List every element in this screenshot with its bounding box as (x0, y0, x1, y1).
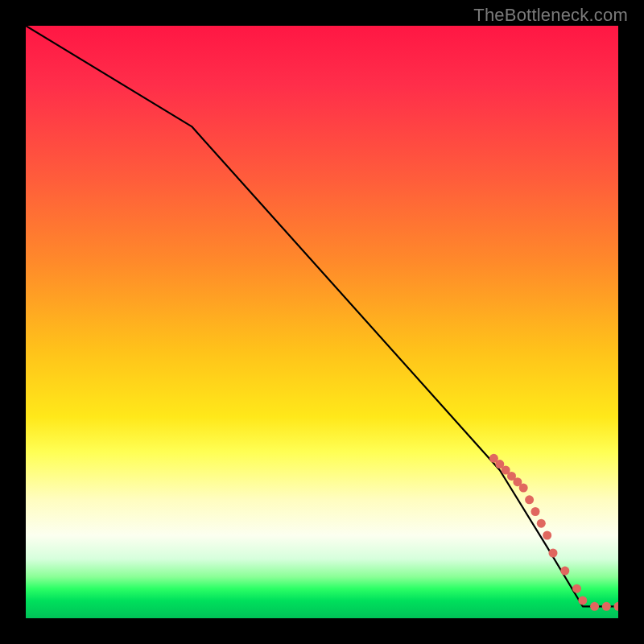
chart-frame: TheBottleneck.com (0, 0, 644, 644)
marker-point (489, 454, 498, 463)
marker-point (507, 472, 516, 481)
marker-point (602, 602, 611, 611)
marker-point (590, 602, 599, 611)
bottleneck-curve (26, 26, 618, 606)
marker-point (614, 602, 619, 611)
markers-group (489, 454, 618, 611)
marker-point (537, 519, 546, 528)
marker-point (543, 531, 551, 540)
marker-point (531, 507, 540, 516)
chart-svg (26, 26, 618, 618)
plot-area (26, 26, 618, 618)
marker-point (513, 477, 522, 486)
marker-point (495, 460, 504, 469)
marker-point (572, 584, 581, 593)
marker-point (525, 495, 534, 504)
marker-point (578, 596, 587, 605)
marker-point (502, 466, 510, 475)
watermark-text: TheBottleneck.com (473, 5, 628, 26)
marker-point (549, 549, 558, 558)
marker-point (560, 567, 569, 576)
marker-point (519, 484, 528, 493)
